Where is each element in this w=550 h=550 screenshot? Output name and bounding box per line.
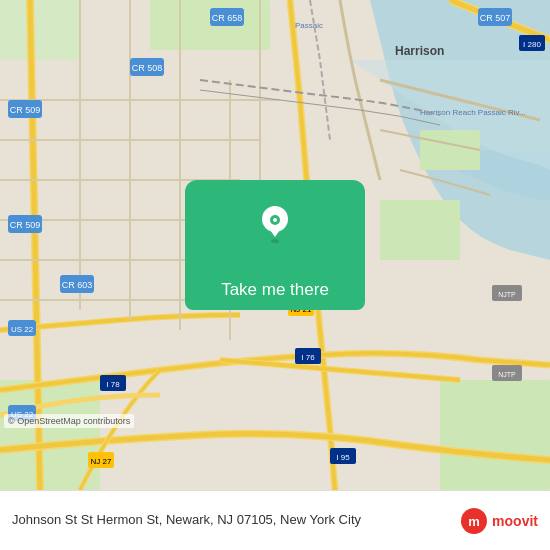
- svg-rect-3: [380, 200, 460, 260]
- svg-text:NJTP: NJTP: [498, 291, 516, 298]
- svg-text:NJTP: NJTP: [498, 371, 516, 378]
- svg-text:CR 603: CR 603: [62, 280, 93, 290]
- svg-text:I 95: I 95: [336, 453, 350, 462]
- map-attribution: © OpenStreetMap contributors: [4, 414, 134, 428]
- svg-rect-5: [0, 380, 100, 490]
- svg-text:I 280: I 280: [523, 40, 541, 49]
- svg-text:CR 508: CR 508: [132, 63, 163, 73]
- moovit-icon: m: [460, 507, 488, 535]
- svg-text:Harrison: Harrison: [395, 44, 444, 58]
- svg-rect-6: [440, 380, 550, 490]
- svg-text:m: m: [468, 514, 480, 529]
- moovit-text: moovit: [492, 513, 538, 529]
- svg-text:CR 507: CR 507: [480, 13, 511, 23]
- svg-rect-2: [150, 0, 270, 50]
- svg-text:CR 509: CR 509: [10, 220, 41, 230]
- svg-text:NJ 27: NJ 27: [91, 457, 112, 466]
- svg-rect-1: [0, 0, 80, 60]
- svg-point-56: [271, 239, 279, 243]
- svg-point-58: [273, 218, 277, 222]
- svg-text:CR 509: CR 509: [10, 105, 41, 115]
- pin-panel: [185, 180, 365, 270]
- map-container: CR 658 CR 507 I 280 CR 509 CR 508 CR 509…: [0, 0, 550, 490]
- location-pin-icon: [253, 203, 297, 247]
- moovit-logo: m moovit: [460, 507, 538, 535]
- address-label: Johnson St St Hermon St, Newark, NJ 0710…: [12, 512, 460, 529]
- navigation-button-overlay: Take me there: [185, 180, 365, 310]
- svg-rect-4: [420, 130, 480, 170]
- bottom-info-bar: Johnson St St Hermon St, Newark, NJ 0710…: [0, 490, 550, 550]
- svg-text:Passaic: Passaic: [295, 21, 323, 30]
- svg-text:I 78: I 78: [106, 380, 120, 389]
- svg-text:US 22: US 22: [11, 325, 34, 334]
- svg-text:CR 658: CR 658: [212, 13, 243, 23]
- svg-text:Harrison Reach Passaic Riv...: Harrison Reach Passaic Riv...: [420, 108, 526, 117]
- take-me-there-button[interactable]: Take me there: [185, 270, 365, 310]
- svg-text:I 76: I 76: [301, 353, 315, 362]
